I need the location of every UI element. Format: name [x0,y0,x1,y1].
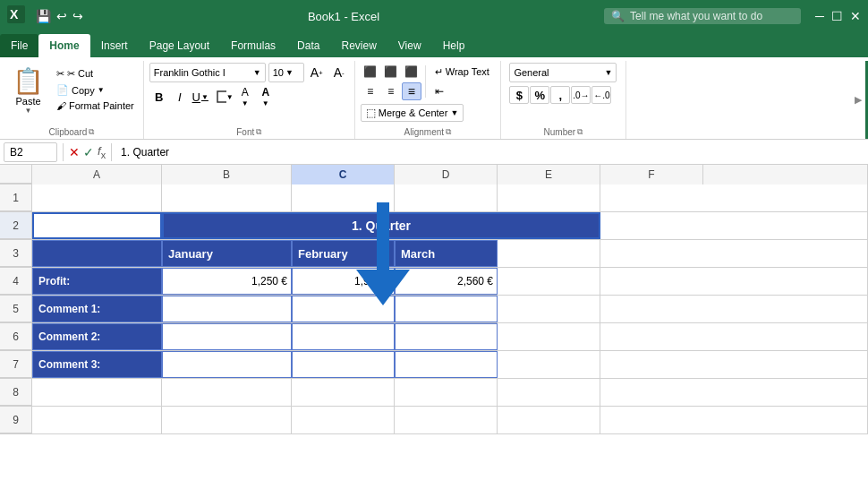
row-num-1[interactable]: 1 [0,184,32,211]
cell-a8[interactable] [32,379,162,406]
decimal-decrease-button[interactable]: ←.0 [591,86,611,104]
cell-b2-merged[interactable]: 1. Quarter [162,212,600,239]
col-header-f[interactable]: F [600,165,703,184]
tab-page-layout[interactable]: Page Layout [139,34,220,57]
cell-c7[interactable] [292,351,395,378]
paste-button[interactable]: 📋 Paste ▼ [5,63,51,118]
tab-home[interactable]: Home [38,34,89,57]
merge-center-button[interactable]: ⬚ Merge & Center ▼ [361,104,464,122]
row-num-4[interactable]: 4 [0,268,32,295]
row-num-9[interactable]: 9 [0,407,32,433]
cell-f6[interactable] [600,323,868,350]
col-header-b[interactable]: B [162,165,292,184]
cell-c5[interactable] [292,296,395,322]
cell-f3[interactable] [600,240,868,267]
align-center-button[interactable]: ≡ [381,82,401,100]
cell-a6[interactable]: Comment 2: [32,323,162,350]
cell-a4[interactable]: Profit: [32,268,162,295]
wrap-text-button[interactable]: ↵ Wrap Text [430,64,495,81]
fill-color-button[interactable]: A ▼ [235,87,255,107]
font-color-button[interactable]: A ▼ [256,87,276,107]
col-header-e[interactable]: E [498,165,600,184]
tab-review[interactable]: Review [330,34,387,57]
cell-b9[interactable] [162,407,292,433]
undo-icon[interactable]: ↩ [56,9,67,23]
decimal-increase-button[interactable]: .0→ [571,86,591,104]
cell-f9[interactable] [600,407,868,433]
cell-b4[interactable]: 1,250 € [162,268,292,295]
cell-b8[interactable] [162,379,292,406]
comma-button[interactable]: , [550,86,570,104]
copy-button[interactable]: 📄 Copy ▼ [53,82,138,98]
formula-content[interactable]: 1. Quarter [117,146,864,159]
cell-f8[interactable] [600,379,868,406]
cell-d5[interactable] [395,296,498,322]
row-num-7[interactable]: 7 [0,351,32,378]
cell-f2[interactable] [600,212,868,239]
cell-e3[interactable] [498,240,600,267]
alignment-expand-icon[interactable]: ⧉ [446,127,451,137]
italic-button[interactable]: I [170,87,190,107]
cell-e6[interactable] [498,323,600,350]
search-bar[interactable]: 🔍 Tell me what you want to do [604,8,801,24]
tab-view[interactable]: View [387,34,432,57]
number-expand-icon[interactable]: ⧉ [577,127,583,137]
align-top-right-button[interactable]: ⬛ [402,63,421,81]
cell-a2[interactable] [32,212,162,239]
cell-d9[interactable] [395,407,498,433]
cell-a9[interactable] [32,407,162,433]
cell-e9[interactable] [498,407,600,433]
cell-c1[interactable] [292,184,395,211]
cut-button[interactable]: ✂ ✂ Cut [53,66,138,82]
align-top-left-button[interactable]: ⬛ [361,63,380,81]
cell-d4[interactable]: 2,560 € [395,268,498,295]
redo-icon[interactable]: ↪ [72,9,83,23]
maximize-icon[interactable]: ☐ [831,9,843,23]
cell-a5[interactable]: Comment 1: [32,296,162,322]
cell-e4[interactable] [498,268,600,295]
col-header-d[interactable]: D [395,165,498,184]
close-icon[interactable]: ✕ [850,9,861,23]
cell-b6[interactable] [162,323,292,350]
tab-data[interactable]: Data [286,34,330,57]
cell-c9[interactable] [292,407,395,433]
cell-c8[interactable] [292,379,395,406]
row-num-5[interactable]: 5 [0,296,32,322]
tab-insert[interactable]: Insert [90,34,139,57]
cell-c4[interactable]: 1,960 € [292,268,395,295]
cell-d1[interactable] [395,184,498,211]
row-num-3[interactable]: 3 [0,240,32,267]
col-header-a[interactable]: A [32,165,162,184]
cell-d7[interactable] [395,351,498,378]
cell-d3[interactable]: March [395,240,498,267]
currency-button[interactable]: $ [509,86,529,104]
cell-b3[interactable]: January [162,240,292,267]
cell-c6[interactable] [292,323,395,350]
insert-function-icon[interactable]: fx [98,144,106,160]
row-num-2[interactable]: 2 [0,212,32,239]
cell-f1[interactable] [600,184,868,211]
align-left-button[interactable]: ≡ [361,82,380,100]
tab-help[interactable]: Help [432,34,476,57]
cell-e8[interactable] [498,379,600,406]
cell-a1[interactable] [32,184,162,211]
cell-f5[interactable] [600,296,868,322]
cell-b5[interactable] [162,296,292,322]
font-size-select[interactable]: 10 ▼ [268,63,304,82]
font-family-select[interactable]: Franklin Gothic I ▼ [149,63,266,82]
cell-c3[interactable]: February [292,240,395,267]
percent-button[interactable]: % [530,86,549,104]
save-icon[interactable]: 💾 [36,9,51,23]
cell-e1[interactable] [498,184,600,211]
cell-a3[interactable] [32,240,162,267]
bold-button[interactable]: B [149,87,169,107]
border-button[interactable]: ▼ [215,87,234,107]
cell-b1[interactable] [162,184,292,211]
cell-e7[interactable] [498,351,600,378]
align-right-button[interactable]: ≡ [402,82,421,100]
cell-b7[interactable] [162,351,292,378]
font-increase-button[interactable]: A+ [307,63,327,82]
format-painter-button[interactable]: 🖌 Format Painter [53,99,138,113]
tab-file[interactable]: File [0,34,38,57]
cell-f7[interactable] [600,351,868,378]
